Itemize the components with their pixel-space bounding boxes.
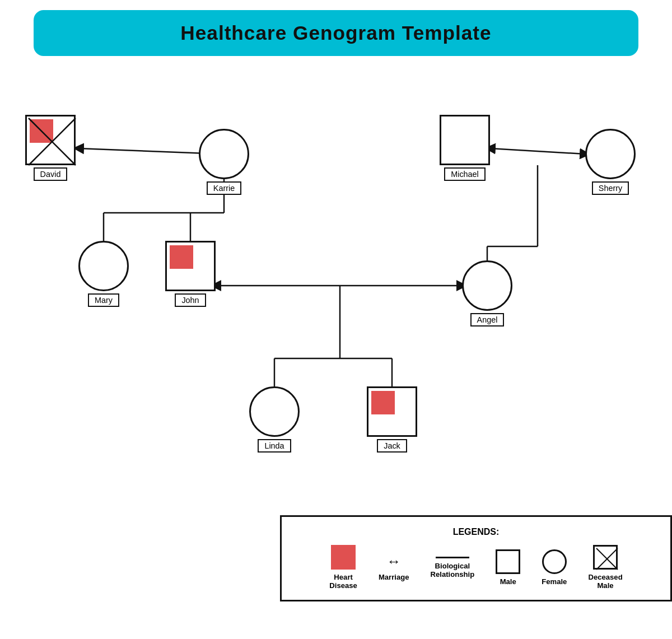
- node-jack: Jack: [367, 386, 417, 453]
- david-shape: [25, 115, 76, 165]
- michael-label: Michael: [444, 167, 486, 181]
- jack-shape: [367, 386, 417, 437]
- title-banner: Healthcare Genogram Template: [34, 10, 638, 56]
- michael-shape: [440, 115, 490, 165]
- legend-female-icon: [542, 549, 567, 574]
- legend-deceased-label: DeceasedMale: [588, 573, 622, 590]
- legend-female: Female: [542, 549, 567, 586]
- legend-deceased-x: [595, 547, 619, 571]
- legend-female-label: Female: [542, 577, 567, 586]
- legend-marriage-icon: ↔: [386, 553, 401, 570]
- linda-shape: [249, 386, 300, 437]
- legend-male-label: Male: [500, 577, 516, 586]
- john-label: John: [175, 293, 206, 307]
- legend-heart-disease: HeartDisease: [329, 545, 357, 590]
- node-linda: Linda: [249, 386, 300, 453]
- sherry-label: Sherry: [592, 181, 629, 195]
- node-david: David: [25, 115, 76, 181]
- legend-deceased-icon: [593, 545, 618, 570]
- karrie-shape: [199, 129, 249, 179]
- john-heart-patch: [170, 245, 193, 269]
- david-x-lines: [27, 116, 77, 167]
- legend-heart-label: HeartDisease: [329, 573, 357, 590]
- legend-marriage: ↔ Marriage: [379, 553, 409, 581]
- node-michael: Michael: [440, 115, 490, 181]
- genogram-area: David Karrie Michael Sherry Mary John An…: [0, 62, 672, 521]
- angel-label: Angel: [470, 313, 505, 327]
- legend-male: Male: [496, 549, 520, 586]
- node-sherry: Sherry: [585, 129, 636, 195]
- node-angel: Angel: [462, 260, 512, 327]
- jack-label: Jack: [377, 439, 407, 453]
- legend-marriage-label: Marriage: [379, 573, 409, 581]
- legend-biological-icon: [436, 557, 469, 558]
- node-karrie: Karrie: [199, 129, 249, 195]
- john-shape: [165, 241, 216, 291]
- legend-male-icon: [496, 549, 520, 574]
- mary-label: Mary: [88, 293, 119, 307]
- legend-heart-icon: [331, 545, 356, 570]
- legend-biological-label: BiologicalRelationship: [431, 562, 475, 579]
- karrie-label: Karrie: [207, 181, 241, 195]
- page-title: Healthcare Genogram Template: [35, 22, 637, 44]
- mary-shape: [78, 241, 129, 291]
- node-mary: Mary: [78, 241, 129, 307]
- angel-shape: [462, 260, 512, 311]
- legend-items: HeartDisease ↔ Marriage BiologicalRelati…: [300, 545, 652, 590]
- david-label: David: [34, 167, 68, 181]
- jack-heart-patch: [371, 391, 395, 414]
- sherry-shape: [585, 129, 636, 179]
- legend-title: LEGENDS:: [300, 527, 652, 537]
- linda-label: Linda: [258, 439, 291, 453]
- svg-line-1: [490, 148, 585, 154]
- legend-box: LEGENDS: HeartDisease ↔ Marriage Biologi…: [280, 515, 672, 601]
- legend-biological: BiologicalRelationship: [431, 557, 475, 579]
- legend-deceased-male: DeceasedMale: [588, 545, 622, 590]
- node-john: John: [165, 241, 216, 307]
